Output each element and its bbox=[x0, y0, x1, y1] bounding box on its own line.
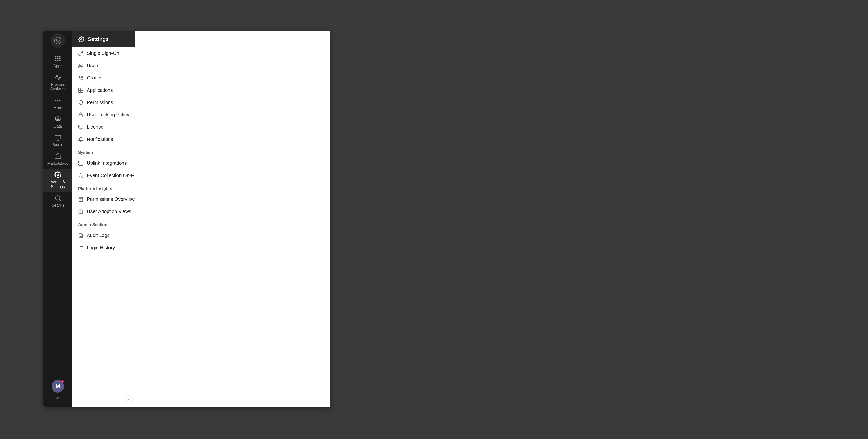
svg-rect-11 bbox=[59, 60, 61, 61]
svg-line-39 bbox=[82, 176, 83, 177]
svg-rect-16 bbox=[55, 135, 61, 139]
sidebar-item-process-analytics[interactable]: ProcessAnalytics bbox=[43, 71, 72, 94]
sidebar-item-process-analytics-label: ProcessAnalytics bbox=[50, 82, 66, 91]
avatar-initials: M bbox=[56, 383, 60, 390]
expand-button[interactable] bbox=[43, 393, 72, 404]
nav-item-permissions-overview-label: Permissions Overview bbox=[87, 197, 134, 202]
nav-item-login-history-label: Login History bbox=[87, 245, 115, 250]
svg-rect-31 bbox=[79, 114, 83, 117]
svg-point-25 bbox=[79, 76, 81, 77]
svg-rect-5 bbox=[59, 56, 61, 58]
svg-rect-34 bbox=[79, 161, 83, 163]
svg-point-15 bbox=[56, 116, 60, 118]
svg-rect-30 bbox=[81, 90, 83, 92]
svg-rect-3 bbox=[56, 56, 57, 58]
avatar-badge bbox=[61, 380, 64, 383]
logo-button[interactable] bbox=[51, 33, 65, 48]
svg-rect-7 bbox=[57, 58, 59, 60]
svg-point-23 bbox=[81, 38, 82, 40]
sidebar-item-more-label: More bbox=[54, 105, 62, 110]
svg-rect-8 bbox=[59, 58, 61, 60]
nav-item-single-sign-on-label: Single Sign-On bbox=[87, 50, 119, 56]
svg-point-21 bbox=[56, 196, 60, 200]
svg-rect-4 bbox=[57, 56, 59, 58]
nav-active-item-settings-label: Settings bbox=[88, 36, 109, 42]
sidebar-item-data[interactable]: Data bbox=[43, 113, 72, 132]
nav-item-license[interactable]: License bbox=[72, 121, 135, 133]
svg-rect-6 bbox=[56, 58, 57, 60]
nav-item-single-sign-on[interactable]: Single Sign-On bbox=[72, 47, 135, 60]
nav-collapse-button[interactable] bbox=[125, 396, 133, 403]
avatar[interactable]: M bbox=[52, 380, 64, 393]
nav-item-user-adoption-views-label: User Adoption Views bbox=[87, 209, 131, 214]
nav-item-uplink-integrations[interactable]: Uplink Integrations bbox=[72, 157, 135, 169]
sidebar-item-marketplace[interactable]: Marketplace bbox=[43, 150, 72, 169]
nav-panel: Settings Single Sign-On Users bbox=[72, 31, 135, 407]
svg-rect-40 bbox=[79, 197, 83, 201]
svg-rect-27 bbox=[79, 88, 81, 90]
nav-section-system-label: System bbox=[72, 145, 135, 157]
nav-item-applications-label: Applications bbox=[87, 88, 113, 93]
sidebar-item-data-label: Data bbox=[54, 124, 62, 129]
sidebar-item-studio[interactable]: Studio bbox=[43, 132, 72, 150]
sidebar-item-marketplace-label: Marketplace bbox=[47, 161, 68, 166]
nav-item-permissions-label: Permissions bbox=[87, 100, 113, 105]
svg-point-24 bbox=[79, 64, 81, 65]
svg-point-38 bbox=[79, 173, 83, 177]
sidebar-item-studio-label: Studio bbox=[52, 142, 63, 147]
svg-point-13 bbox=[57, 100, 59, 101]
svg-rect-44 bbox=[79, 209, 83, 213]
nav-item-groups[interactable]: Groups bbox=[72, 72, 135, 84]
svg-rect-29 bbox=[79, 90, 81, 92]
nav-section-platform-insights-label: Platform Insights bbox=[72, 181, 135, 193]
sidebar-item-apps-label: Apps bbox=[54, 64, 62, 68]
nav-item-notifications-label: Notifications bbox=[87, 137, 113, 142]
nav-item-notifications[interactable]: Notifications bbox=[72, 133, 135, 145]
sidebar-item-admin-settings-label: Admin &Settings bbox=[51, 180, 65, 189]
svg-point-14 bbox=[59, 100, 61, 101]
icon-bar-bottom: M bbox=[43, 380, 72, 407]
nav-section-admin-label: Admin Section bbox=[72, 218, 135, 229]
svg-rect-35 bbox=[79, 164, 83, 165]
nav-item-user-locking-policy-label: User Locking Policy bbox=[87, 112, 129, 117]
svg-point-1 bbox=[56, 39, 59, 42]
svg-point-20 bbox=[57, 174, 59, 176]
nav-item-event-collection-label: Event Collection On-Pr... bbox=[87, 173, 135, 178]
svg-rect-32 bbox=[79, 125, 83, 128]
nav-item-audit-logs[interactable]: Audit Logs bbox=[72, 229, 135, 241]
nav-item-user-adoption-views[interactable]: User Adoption Views bbox=[72, 205, 135, 218]
nav-item-applications[interactable]: Applications bbox=[72, 84, 135, 96]
icon-bar: Apps ProcessAnalytics More Da bbox=[43, 31, 72, 407]
svg-line-22 bbox=[59, 199, 60, 201]
sidebar-item-apps[interactable]: Apps bbox=[43, 53, 72, 71]
nav-item-audit-logs-label: Audit Logs bbox=[87, 233, 110, 238]
nav-item-license-label: License bbox=[87, 124, 103, 130]
nav-item-permissions-overview[interactable]: Permissions Overview bbox=[72, 193, 135, 205]
nav-item-permissions[interactable]: Permissions bbox=[72, 96, 135, 109]
nav-item-user-locking-policy[interactable]: User Locking Policy bbox=[72, 109, 135, 121]
nav-active-item-settings[interactable]: Settings bbox=[72, 31, 135, 47]
main-content bbox=[135, 31, 330, 407]
sidebar-item-more[interactable]: More bbox=[43, 94, 72, 113]
nav-item-groups-label: Groups bbox=[87, 75, 103, 81]
svg-rect-9 bbox=[56, 60, 57, 61]
svg-point-26 bbox=[81, 76, 83, 77]
svg-point-12 bbox=[56, 100, 57, 101]
nav-item-login-history[interactable]: Login History bbox=[72, 241, 135, 254]
sidebar-item-search[interactable]: Search bbox=[43, 192, 72, 210]
svg-rect-28 bbox=[81, 88, 83, 90]
nav-item-users[interactable]: Users bbox=[72, 60, 135, 72]
nav-item-users-label: Users bbox=[87, 63, 99, 68]
nav-item-event-collection[interactable]: Event Collection On-Pr... bbox=[72, 169, 135, 181]
sidebar-item-admin-settings[interactable]: Admin &Settings bbox=[43, 169, 72, 192]
sidebar-item-search-label: Search bbox=[52, 203, 64, 208]
app-window: Apps ProcessAnalytics More Da bbox=[43, 31, 330, 407]
svg-rect-10 bbox=[57, 60, 59, 61]
nav-item-uplink-integrations-label: Uplink Integrations bbox=[87, 160, 127, 166]
